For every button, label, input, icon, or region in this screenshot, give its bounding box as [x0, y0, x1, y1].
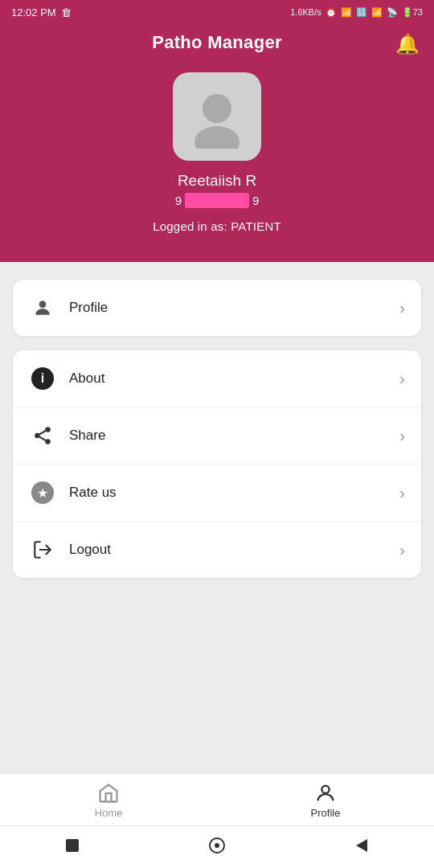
info-icon: i [29, 365, 56, 392]
rate-us-menu-item[interactable]: ★ Rate us › [13, 465, 421, 522]
status-time: 12:02 PM [11, 6, 56, 18]
home-nav-label: Home [95, 807, 123, 819]
logout-label: Logout [69, 542, 399, 558]
trash-icon: 🗑 [61, 6, 72, 18]
logout-icon [29, 536, 56, 563]
nav-home[interactable]: Home [0, 782, 217, 819]
status-left: 12:02 PM 🗑 [11, 6, 72, 18]
profile-section: Reetaiish R 9 xxxxxxxx 9 Logged in as: P… [0, 64, 434, 262]
svg-line-7 [39, 431, 45, 434]
status-right: 1.6KB/s ⏰ 📶 🔢 📶 📡 🔋73 [290, 7, 423, 18]
nav-profile[interactable]: Profile [217, 782, 434, 819]
battery-icon: 🔋73 [402, 7, 423, 18]
logout-menu-item[interactable]: Logout › [13, 522, 421, 578]
svg-point-3 [45, 427, 51, 432]
share-menu-item[interactable]: Share › [13, 407, 421, 465]
app-header: Patho Manager 🔔 [0, 24, 434, 64]
rate-us-label: Rate us [69, 485, 399, 501]
profile-nav-icon [314, 782, 337, 805]
svg-point-4 [35, 433, 40, 439]
profile-menu-item[interactable]: Profile › [13, 280, 421, 336]
bottom-nav: Home Profile [0, 773, 434, 825]
android-square-button[interactable] [61, 834, 84, 857]
avatar [173, 72, 261, 161]
data-icon: 🔢 [356, 7, 367, 18]
profile-card: Profile › [13, 280, 421, 336]
rate-us-arrow-icon: › [399, 484, 405, 502]
user-name: Reetaiish R [178, 172, 256, 190]
home-icon [97, 782, 120, 805]
avatar-svg [185, 84, 249, 149]
app-title: Patho Manager [152, 32, 282, 53]
person-icon [29, 294, 56, 321]
main-content: Profile › i About › Share [0, 262, 434, 773]
about-arrow-icon: › [399, 370, 405, 388]
phone-redacted: xxxxxxxx [185, 193, 249, 208]
alarm-icon: ⏰ [326, 7, 337, 18]
notification-bell-icon[interactable]: 🔔 [395, 33, 420, 55]
android-back-button[interactable] [350, 834, 373, 857]
svg-point-9 [321, 786, 329, 793]
login-status: Logged in as: PATIENT [153, 219, 281, 233]
share-label: Share [69, 428, 399, 444]
network-speed: 1.6KB/s [290, 7, 321, 17]
profile-arrow-icon: › [399, 299, 405, 317]
user-phone: 9 xxxxxxxx 9 [175, 193, 260, 208]
phone-prefix: 9 [175, 194, 182, 207]
share-arrow-icon: › [399, 427, 405, 445]
svg-point-0 [203, 94, 231, 123]
about-menu-item[interactable]: i About › [13, 350, 421, 407]
android-circle-button[interactable] [206, 834, 228, 857]
star-icon: ★ [29, 479, 56, 506]
svg-rect-10 [66, 839, 79, 852]
profile-nav-label: Profile [311, 807, 341, 819]
profile-label: Profile [69, 300, 399, 316]
svg-point-12 [215, 843, 219, 848]
phone-suffix: 9 [252, 194, 259, 207]
group-menu-card: i About › Share › ★ Ra [13, 350, 421, 578]
svg-marker-13 [356, 839, 367, 852]
svg-line-6 [39, 437, 45, 440]
logout-arrow-icon: › [399, 541, 405, 559]
about-label: About [69, 371, 399, 387]
signal-icon: 📶 [341, 7, 352, 18]
svg-point-2 [39, 301, 47, 308]
android-nav-bar [0, 825, 434, 868]
wifi-icon: 📡 [387, 7, 398, 18]
signal2-icon: 📶 [371, 7, 383, 18]
svg-point-5 [45, 439, 51, 444]
svg-point-1 [194, 126, 240, 149]
status-bar: 12:02 PM 🗑 1.6KB/s ⏰ 📶 🔢 📶 📡 🔋73 [0, 0, 434, 24]
share-icon [29, 422, 56, 449]
